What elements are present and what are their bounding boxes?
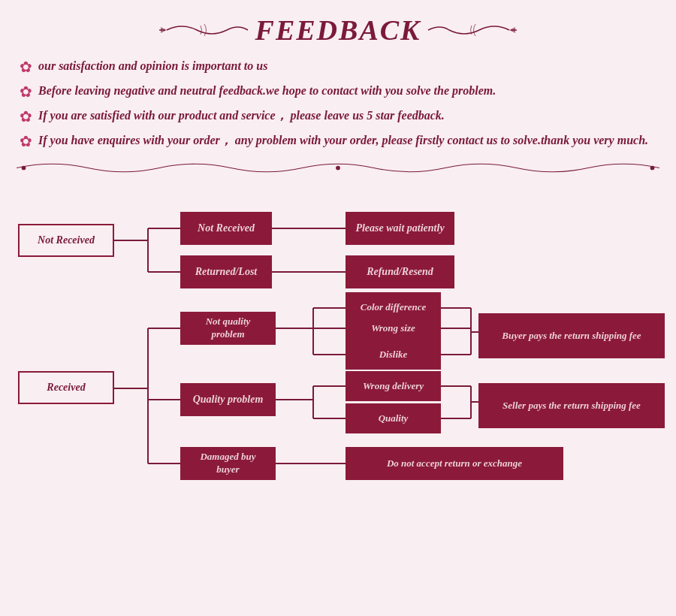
svg-marker-1 bbox=[509, 27, 515, 33]
refund-resend-box: Refund/Resend bbox=[346, 255, 454, 288]
bullet-text-1: our satisfaction and opinion is importan… bbox=[38, 57, 267, 75]
quality-problem-box: Quality problem bbox=[180, 383, 276, 416]
left-decoration-icon bbox=[159, 21, 249, 39]
buyer-pays-box: Buyer pays the return shipping fee bbox=[478, 313, 665, 358]
damaged-box: Damaged buy buyer bbox=[180, 447, 276, 480]
page-title: FEEDBACK bbox=[255, 14, 421, 47]
bullet-text-3: If you are satisfied with our product an… bbox=[38, 107, 445, 125]
section-divider bbox=[17, 159, 659, 176]
header-decoration: FEEDBACK bbox=[159, 14, 518, 47]
header-section: FEEDBACK bbox=[17, 14, 659, 47]
bullet-icon-1: ✿ bbox=[20, 58, 32, 76]
bullet-icon-2: ✿ bbox=[20, 83, 32, 101]
do-not-accept-box: Do not accept return or exchange bbox=[346, 447, 563, 480]
not-received-root-box: Not Received bbox=[18, 224, 114, 257]
bullet-item-1: ✿ our satisfaction and opinion is import… bbox=[20, 57, 659, 76]
bullet-item-3: ✿ If you are satisfied with our product … bbox=[20, 107, 659, 125]
please-wait-box: Please wait patiently bbox=[346, 212, 454, 245]
bullet-text-4: If you have enquires with your order， an… bbox=[38, 131, 648, 149]
bullet-section: ✿ our satisfaction and opinion is import… bbox=[20, 57, 659, 150]
quality-leaf-box: Quality bbox=[346, 403, 441, 433]
not-received-child-box: Not Received bbox=[180, 212, 272, 245]
wrong-size-box: Wrong size bbox=[346, 313, 441, 343]
seller-pays-box: Seller pays the return shipping fee bbox=[478, 383, 665, 428]
svg-marker-0 bbox=[161, 27, 167, 33]
page-wrapper: FEEDBACK ✿ our satisfaction and opinion … bbox=[0, 0, 676, 616]
not-quality-box: Not quality problem bbox=[180, 312, 276, 345]
bullet-icon-3: ✿ bbox=[20, 107, 32, 125]
dislike-box: Dislike bbox=[346, 340, 441, 370]
bullet-item-2: ✿ Before leaving negative and neutral fe… bbox=[20, 82, 659, 101]
bullet-text-2: Before leaving negative and neutral feed… bbox=[38, 82, 496, 100]
wrong-delivery-box: Wrong delivery bbox=[346, 371, 441, 401]
received-root-box: Received bbox=[18, 371, 114, 404]
flowchart-inner: Not Received Not Received Returned/Lost … bbox=[17, 197, 676, 497]
bullet-item-4: ✿ If you have enquires with your order， … bbox=[20, 131, 659, 150]
bullet-icon-4: ✿ bbox=[20, 132, 32, 150]
returned-lost-box: Returned/Lost bbox=[180, 255, 272, 288]
right-decoration-icon bbox=[427, 21, 517, 39]
flowchart-section: Not Received Not Received Returned/Lost … bbox=[17, 189, 659, 512]
